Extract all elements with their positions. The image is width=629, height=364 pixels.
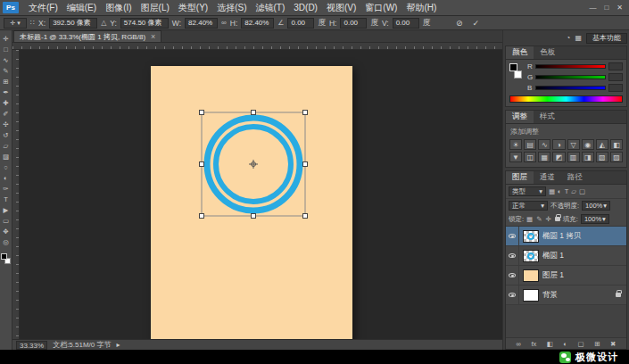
workspace-switcher[interactable]: 基本功能: [586, 33, 627, 44]
panel-color-swatches[interactable]: [509, 62, 524, 84]
add-layer-mask-icon[interactable]: ◧: [547, 340, 553, 348]
color-balance-icon[interactable]: ◭: [596, 139, 608, 150]
filter-pixel-layers-icon[interactable]: ▦: [549, 187, 555, 195]
blur-tool[interactable]: ○: [0, 163, 12, 171]
tab-layers[interactable]: 图层: [506, 171, 534, 184]
menu-layer[interactable]: 图层(L): [137, 0, 174, 16]
menu-view[interactable]: 视图(V): [322, 0, 360, 16]
transform-handle-ne[interactable]: [303, 111, 308, 115]
marquee-tool[interactable]: □: [0, 46, 12, 54]
new-layer-icon[interactable]: ⊞: [594, 340, 600, 348]
opacity-input[interactable]: 100% ▾: [582, 201, 610, 211]
tab-adjustments[interactable]: 调整: [506, 111, 534, 123]
foreground-color-swatch[interactable]: [509, 63, 517, 71]
h-skew-input[interactable]: 0.00: [340, 18, 367, 29]
layer-name[interactable]: 背景: [542, 290, 558, 301]
pen-tool[interactable]: ✑: [0, 185, 12, 193]
restore-icon[interactable]: □: [604, 4, 608, 12]
visibility-toggle[interactable]: [506, 285, 519, 304]
canvas[interactable]: [20, 50, 502, 339]
transform-handle-sw[interactable]: [200, 214, 204, 219]
photo-filter-icon[interactable]: ▼: [509, 152, 522, 162]
relative-position-icon[interactable]: △: [101, 19, 106, 27]
visibility-toggle[interactable]: [506, 266, 519, 285]
hand-tool[interactable]: ✥: [0, 228, 12, 236]
x-input[interactable]: 392.50 像素: [49, 18, 97, 29]
visibility-toggle[interactable]: [506, 246, 519, 265]
transform-handle-e[interactable]: [303, 162, 308, 167]
new-adjustment-layer-icon[interactable]: ◐: [563, 340, 567, 348]
tab-channels[interactable]: 通道: [534, 171, 561, 184]
tab-color[interactable]: 颜色: [506, 46, 534, 59]
invert-icon[interactable]: ◩: [552, 152, 565, 162]
levels-icon[interactable]: ▤: [524, 139, 536, 150]
menu-edit[interactable]: 编辑(E): [62, 0, 101, 16]
zoom-tool[interactable]: ◎: [0, 238, 12, 246]
menu-type[interactable]: 类型(Y): [174, 0, 212, 16]
green-value-input[interactable]: [608, 73, 623, 81]
healing-brush-tool[interactable]: ✚: [0, 99, 12, 107]
transform-handle-se[interactable]: [303, 214, 308, 219]
transform-handle-n[interactable]: [252, 111, 256, 115]
transform-handle-nw[interactable]: [200, 111, 204, 115]
tab-styles[interactable]: 样式: [534, 111, 561, 123]
eyedropper-tool[interactable]: ✒: [0, 88, 12, 96]
filter-smart-object-icon[interactable]: ▢: [579, 187, 585, 195]
layer-thumbnail[interactable]: [523, 289, 539, 302]
menu-image[interactable]: 图像(I): [101, 0, 136, 16]
curves-icon[interactable]: ∿: [538, 139, 550, 150]
layer-row-layer-1[interactable]: 图层 1: [506, 266, 626, 285]
selective-color-icon[interactable]: ▧: [596, 152, 608, 162]
brightness-contrast-icon[interactable]: ☀: [509, 139, 522, 150]
color-lookup-icon[interactable]: ▦: [538, 152, 550, 162]
brush-tool[interactable]: ✐: [0, 110, 12, 118]
layer-name[interactable]: 图层 1: [542, 270, 564, 281]
blue-slider[interactable]: [535, 86, 606, 90]
crop-tool[interactable]: ⊞: [0, 78, 12, 86]
dodge-tool[interactable]: ◐: [0, 174, 12, 182]
blend-mode-dropdown[interactable]: 正常 ▾: [509, 201, 548, 211]
zoom-level-input[interactable]: 33.33%: [16, 341, 47, 350]
width-input[interactable]: 82.40%: [185, 18, 218, 29]
menu-filter[interactable]: 滤镜(T): [252, 0, 290, 16]
layer-row-background[interactable]: 背景: [506, 285, 626, 305]
history-brush-tool[interactable]: ↺: [0, 131, 12, 139]
lock-transparent-pixels-icon[interactable]: ▦: [526, 215, 533, 223]
red-slider[interactable]: [535, 64, 606, 69]
lasso-tool[interactable]: ∿: [0, 56, 12, 64]
commit-transform-icon[interactable]: ✓: [472, 19, 479, 28]
lock-all-icon[interactable]: [555, 217, 560, 221]
layer-name[interactable]: 椭圆 1 拷贝: [542, 231, 581, 242]
ps-logo-icon[interactable]: Ps: [3, 2, 19, 13]
visibility-toggle[interactable]: [506, 227, 519, 245]
background-color-swatch[interactable]: [514, 70, 522, 79]
vibrance-icon[interactable]: ▽: [567, 139, 580, 150]
link-layers-icon[interactable]: ∞: [517, 340, 521, 348]
quick-selection-tool[interactable]: ✎: [0, 67, 12, 75]
link-dimensions-icon[interactable]: ∞: [221, 19, 227, 27]
foreground-color-swatch[interactable]: [1, 253, 7, 260]
document-canvas[interactable]: [151, 66, 352, 339]
delete-layer-icon[interactable]: ✖: [610, 340, 616, 348]
shape-tool[interactable]: ▭: [0, 217, 12, 225]
minimize-icon[interactable]: —: [589, 4, 596, 12]
threshold-icon[interactable]: ◨: [582, 152, 594, 162]
height-input[interactable]: 82.40%: [241, 18, 274, 29]
type-tool[interactable]: T: [0, 195, 12, 203]
filter-shape-layers-icon[interactable]: ▱: [571, 187, 576, 195]
cancel-transform-icon[interactable]: ⊘: [456, 19, 463, 28]
exposure-icon[interactable]: ◑: [552, 139, 565, 150]
y-input[interactable]: 574.50 像素: [120, 18, 169, 29]
panel-grid-icon[interactable]: ▦: [575, 34, 582, 42]
path-selection-tool[interactable]: ▶: [0, 206, 12, 214]
v-skew-input[interactable]: 0.00: [393, 18, 419, 29]
eraser-tool[interactable]: ▱: [0, 142, 12, 150]
gradient-tool[interactable]: ▨: [0, 153, 12, 161]
filter-type-layers-icon[interactable]: T: [565, 187, 569, 195]
clone-stamp-tool[interactable]: ✣: [0, 120, 12, 128]
layer-row-ellipse-1-copy[interactable]: 椭圆 1 拷贝: [506, 227, 626, 246]
menu-3d[interactable]: 3D(D): [289, 0, 322, 16]
lock-position-icon[interactable]: ✛: [545, 215, 550, 223]
status-options-arrow-icon[interactable]: ▸: [117, 341, 120, 349]
black-white-icon[interactable]: ◧: [610, 139, 623, 150]
